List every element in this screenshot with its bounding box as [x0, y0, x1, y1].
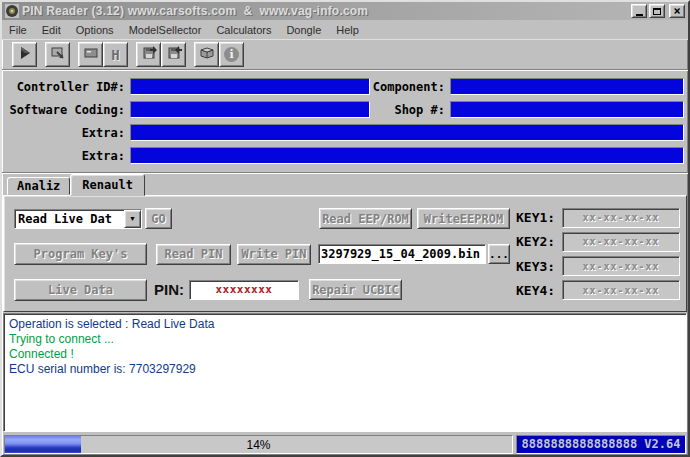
extra1-field[interactable]	[130, 124, 684, 141]
extra1-label: Extra:	[6, 126, 130, 140]
controller-id-field[interactable]	[130, 78, 370, 95]
key-row: KEY4: xx-xx-xx-xx	[516, 280, 680, 301]
write-eeprom-button[interactable]: WriteEEPROM	[417, 208, 510, 229]
close-icon: ×	[673, 5, 680, 17]
keys-column: KEY1: xx-xx-xx-xx KEY2: xx-xx-xx-xx KEY3…	[510, 207, 680, 301]
key3-field: xx-xx-xx-xx	[562, 256, 680, 276]
software-coding-field[interactable]	[130, 101, 370, 118]
load-file-icon	[141, 45, 157, 64]
progress-bar: 14%	[4, 435, 513, 454]
renault-panel: Read Live Dat ▼ GO Read EEP/ROM WriteEEP…	[3, 195, 687, 312]
key2-field: xx-xx-xx-xx	[562, 232, 680, 252]
key-row: KEY3: xx-xx-xx-xx	[516, 256, 680, 277]
extra2-field[interactable]	[130, 147, 684, 164]
screenshot-icon	[50, 45, 66, 64]
menu-item-calculators[interactable]: Calculators	[216, 24, 271, 36]
ecu-info-panel: Controller ID#: Component: Software Codi…	[2, 70, 688, 173]
key4-field: xx-xx-xx-xx	[562, 280, 680, 300]
key1-label: KEY1:	[516, 210, 562, 225]
menu-bar: File Edit Options ModelSellector Calcula…	[2, 20, 688, 39]
toolbar: H i	[2, 39, 688, 70]
about-button[interactable]: i	[219, 42, 244, 67]
play-icon	[17, 45, 33, 64]
live-data-button[interactable]: Live Data	[14, 279, 147, 301]
pin-input[interactable]	[189, 280, 299, 300]
program-keys-button[interactable]: Program Key's	[14, 243, 147, 265]
window-controls: ×	[631, 4, 685, 18]
status-bar: 14% 8888888888888888 V2.64	[2, 432, 688, 456]
title-bar[interactable]: PIN Reader (3.12) www.carsofts.com & www…	[2, 2, 688, 20]
log-line: Connected !	[9, 347, 681, 362]
save-file-icon	[166, 45, 182, 64]
menu-item-edit[interactable]: Edit	[42, 24, 61, 36]
tab-renault[interactable]: Renault	[70, 174, 145, 196]
extra2-label: Extra:	[6, 149, 130, 163]
tab-analiz[interactable]: Analiz	[7, 177, 70, 195]
menu-item-modelsellector[interactable]: ModelSellector	[129, 24, 202, 36]
device-info-panel: 8888888888888888 V2.64	[516, 435, 686, 454]
browse-button[interactable]: ...	[488, 244, 510, 264]
app-icon	[5, 4, 19, 18]
form-row: Controller ID#: Component:	[6, 78, 684, 95]
pin-label: PIN:	[154, 281, 184, 298]
maximize-icon	[653, 8, 661, 15]
form-row: Software Coding: Shop #:	[6, 101, 684, 118]
software-coding-label: Software Coding:	[6, 103, 130, 117]
operation-select[interactable]: Read Live Dat ▼	[14, 209, 142, 229]
hex-editor-icon: H	[111, 47, 119, 63]
component-label: Component:	[370, 80, 450, 94]
screenshot-button[interactable]	[45, 42, 70, 67]
maximize-button[interactable]	[649, 4, 665, 18]
menu-item-file[interactable]: File	[9, 24, 27, 36]
key-row: KEY1: xx-xx-xx-xx	[516, 207, 680, 228]
panel-left-column: Read Live Dat ▼ GO Read EEP/ROM WriteEEP…	[14, 207, 510, 301]
menu-item-help[interactable]: Help	[336, 24, 359, 36]
panel-row: Read Live Dat ▼ GO Read EEP/ROM WriteEEP…	[14, 207, 510, 230]
manual-button[interactable]	[194, 42, 219, 67]
manual-icon	[199, 45, 215, 64]
hex-editor-button[interactable]: H	[103, 42, 128, 67]
info-icon: i	[224, 47, 239, 62]
go-button[interactable]: GO	[145, 208, 172, 229]
key4-label: KEY4:	[516, 283, 562, 298]
key1-field: xx-xx-xx-xx	[562, 208, 680, 228]
tab-strip: Analiz Renault	[2, 173, 688, 195]
app-window: PIN Reader (3.12) www.carsofts.com & www…	[0, 0, 690, 457]
panel-row: Live Data PIN: Repair UCBIC	[14, 278, 510, 301]
component-field[interactable]	[450, 78, 684, 95]
log-line: Trying to connect ...	[9, 332, 681, 347]
terminal-button[interactable]	[78, 42, 103, 67]
play-button[interactable]	[12, 42, 37, 67]
save-file-button[interactable]	[161, 42, 186, 67]
shop-label: Shop #:	[370, 103, 450, 117]
key3-label: KEY3:	[516, 259, 562, 274]
read-eeprom-button[interactable]: Read EEP/ROM	[319, 208, 412, 229]
operation-select-value: Read Live Dat	[15, 210, 124, 228]
minimize-button[interactable]	[631, 4, 647, 18]
log-line: Operation is selected : Read Live Data	[9, 317, 681, 332]
panel-row: Program Key's Read PIN Write PIN ...	[14, 243, 510, 266]
close-button[interactable]: ×	[669, 4, 685, 18]
minimize-icon	[636, 14, 643, 16]
load-file-button[interactable]	[136, 42, 161, 67]
key2-label: KEY2:	[516, 234, 562, 249]
dropdown-arrow-button[interactable]: ▼	[124, 210, 141, 228]
log-output: Operation is selected : Read Live Data T…	[3, 313, 687, 432]
controller-id-label: Controller ID#:	[6, 80, 130, 94]
shop-field[interactable]	[450, 101, 684, 118]
filename-input[interactable]	[318, 244, 486, 264]
window-title: PIN Reader (3.12) www.carsofts.com & www…	[22, 4, 628, 18]
key-row: KEY2: xx-xx-xx-xx	[516, 231, 680, 252]
form-row: Extra:	[6, 124, 684, 141]
repair-ucbic-button[interactable]: Repair UCBIC	[309, 279, 402, 300]
read-pin-button[interactable]: Read PIN	[156, 244, 231, 265]
terminal-icon	[83, 45, 99, 64]
write-pin-button[interactable]: Write PIN	[237, 244, 311, 265]
form-row: Extra:	[6, 147, 684, 164]
progress-percent: 14%	[5, 438, 512, 452]
menu-item-options[interactable]: Options	[76, 24, 114, 36]
log-line: ECU serial number is: 7703297929	[9, 362, 681, 377]
chevron-down-icon: ▼	[129, 215, 136, 222]
menu-item-dongle[interactable]: Dongle	[286, 24, 321, 36]
